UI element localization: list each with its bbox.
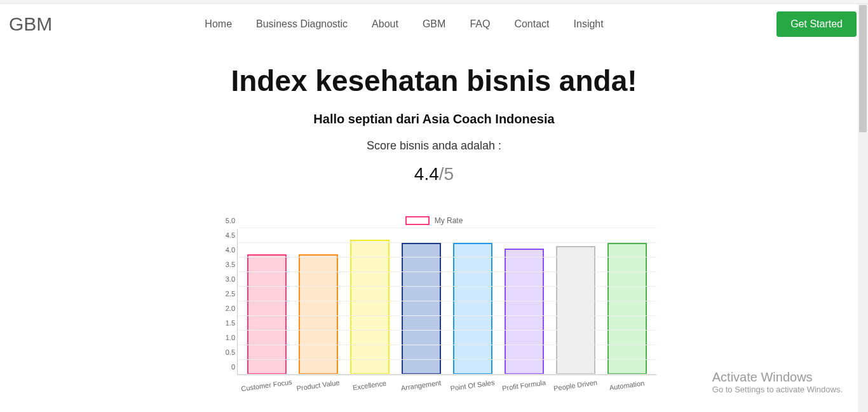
brand-logo[interactable]: GBM — [9, 13, 52, 35]
x-label: Customer Focus — [241, 378, 293, 392]
nav-contact[interactable]: Contact — [514, 18, 549, 30]
bar-customer-focus[interactable] — [247, 254, 287, 374]
bar-slot — [550, 246, 601, 374]
y-tick: 3.5 — [219, 261, 235, 268]
chart-plot-area: 00.51.01.52.02.53.03.54.04.55.0 — [237, 229, 656, 375]
y-tick: 1.0 — [219, 334, 235, 341]
chart: My Rate 00.51.01.52.02.53.03.54.04.55.0 … — [212, 216, 656, 389]
score-label: Score bisnis anda adalah : — [0, 139, 868, 153]
bar-slot — [601, 243, 653, 374]
y-tick: 0.5 — [219, 348, 235, 356]
chart-bars — [238, 229, 656, 374]
gridline — [238, 330, 656, 331]
gridline — [238, 374, 656, 374]
y-tick: 4.0 — [219, 246, 235, 254]
x-label: Point Of Sales — [447, 378, 499, 392]
bar-point-of-sales[interactable] — [453, 243, 492, 374]
y-tick: 2.5 — [219, 290, 235, 298]
main-nav: Home Business Diagnostic About GBM FAQ C… — [205, 18, 603, 30]
nav-about[interactable]: About — [372, 18, 398, 30]
nav-home[interactable]: Home — [205, 18, 232, 30]
nav-business-diagnostic[interactable]: Business Diagnostic — [256, 18, 348, 30]
bar-people-driven[interactable] — [556, 246, 595, 374]
page-subtitle: Hallo septian dari Asia Coach Indonesia — [0, 112, 868, 127]
bar-excellence[interactable] — [350, 240, 390, 374]
x-label: People Driven — [550, 378, 602, 392]
navbar: GBM Home Business Diagnostic About GBM F… — [0, 4, 868, 45]
bar-automation[interactable] — [607, 243, 647, 374]
bar-slot — [396, 243, 447, 374]
legend-label: My Rate — [435, 216, 463, 225]
x-label: Automation — [601, 378, 653, 392]
nav-faq[interactable]: FAQ — [470, 18, 490, 30]
score-value: 4.4/5 — [0, 164, 868, 184]
chart-x-labels: Customer FocusProduct ValueExcellenceArr… — [237, 375, 656, 389]
x-label: Profit Formula — [498, 378, 550, 392]
y-tick: 0 — [219, 363, 235, 371]
bar-slot — [498, 249, 550, 374]
gridline — [238, 286, 656, 287]
gridline — [238, 345, 656, 345]
gridline — [238, 257, 656, 258]
vertical-scrollbar[interactable] — [858, 4, 868, 412]
y-tick: 3.0 — [219, 275, 235, 283]
x-label: Excellence — [344, 378, 396, 392]
get-started-button[interactable]: Get Started — [776, 11, 857, 37]
bar-profit-formula[interactable] — [505, 249, 544, 374]
bar-slot — [293, 254, 344, 374]
score-max: /5 — [439, 164, 454, 184]
scrollbar-thumb[interactable] — [859, 5, 867, 132]
bar-arrangement[interactable] — [402, 243, 441, 374]
gridline — [238, 301, 656, 301]
nav-insight[interactable]: Insight — [574, 18, 604, 30]
gridline — [238, 228, 656, 228]
bar-slot — [241, 254, 293, 374]
nav-gbm[interactable]: GBM — [423, 18, 445, 30]
gridline — [238, 359, 656, 360]
bar-slot — [447, 243, 499, 374]
bar-slot — [344, 240, 396, 374]
x-label: Arrangement — [395, 378, 447, 392]
gridline — [238, 242, 656, 243]
main-content: Index kesehatan bisnis anda! Hallo septi… — [0, 45, 868, 389]
y-tick: 5.0 — [219, 217, 235, 224]
y-tick: 1.5 — [219, 319, 235, 327]
chart-legend[interactable]: My Rate — [212, 216, 656, 225]
y-tick: 2.0 — [219, 305, 235, 312]
y-tick: 4.5 — [219, 231, 235, 239]
gridline — [238, 315, 656, 316]
bar-product-value[interactable] — [299, 254, 338, 374]
gridline — [238, 271, 656, 272]
page-title: Index kesehatan bisnis anda! — [0, 64, 868, 98]
legend-swatch — [405, 216, 430, 225]
score-number: 4.4 — [414, 164, 439, 184]
x-label: Product Value — [292, 378, 344, 392]
